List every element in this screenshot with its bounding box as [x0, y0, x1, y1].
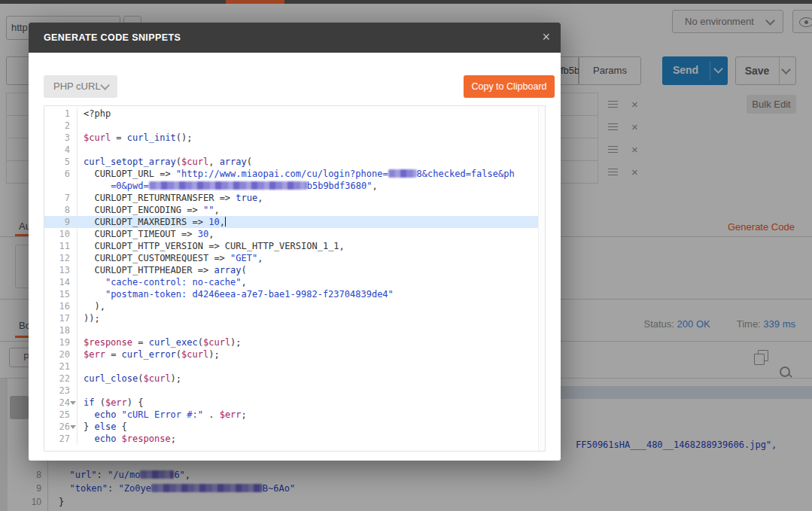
code-line: 15 "postman-token: d4246eea-a7e7-bae1-99…: [44, 288, 545, 300]
code-line: 12 CURLOPT_CUSTOMREQUEST => "GET",: [44, 252, 545, 264]
line-number: 10: [44, 228, 78, 240]
line-number: 9: [44, 216, 78, 228]
code-line: 11 CURLOPT_HTTP_VERSION => CURL_HTTP_VER…: [44, 240, 545, 252]
line-number: 12: [44, 252, 78, 264]
line-number: 21: [44, 360, 78, 373]
line-number: 7: [44, 192, 78, 204]
line-number: 14: [44, 276, 78, 288]
code-line: 10 CURLOPT_TIMEOUT => 30,: [44, 228, 545, 240]
code-line: =0&pwd=b5b9bdf3680",: [44, 180, 545, 192]
code-line: 3$curl = curl_init();: [44, 132, 545, 144]
code-line: 4: [44, 144, 545, 156]
line-number: 6: [44, 168, 78, 180]
line-number: 19: [44, 336, 78, 348]
generate-code-modal: GENERATE CODE SNIPPETS × PHP cURL Copy t…: [29, 23, 561, 461]
code-line: 13 CURLOPT_HTTPHEADER => array(: [44, 264, 545, 276]
line-number: 1: [44, 108, 78, 120]
code-line: 5curl_setopt_array($curl, array(: [44, 156, 545, 168]
line-number: 20: [44, 348, 78, 360]
line-number: 17: [44, 312, 78, 324]
fold-arrow-icon[interactable]: [70, 401, 76, 405]
code-line: 16 ),: [44, 300, 545, 312]
code-line: 26} else {: [44, 421, 545, 433]
code-line: 1<?php: [44, 108, 545, 120]
line-number: 15: [44, 288, 78, 300]
line-number: 27: [44, 433, 78, 445]
code-line: 25 echo "cURL Error #:" . $err;: [44, 409, 545, 421]
fold-arrow-icon[interactable]: [70, 425, 76, 429]
line-number: 4: [44, 144, 78, 156]
editor-scrollbar[interactable]: [538, 106, 545, 451]
line-number: 8: [44, 204, 78, 216]
code-line: 18: [44, 324, 545, 336]
code-line: 19$response = curl_exec($curl);: [44, 336, 545, 348]
code-lines: 1<?php23$curl = curl_init();45curl_setop…: [44, 106, 545, 445]
line-number: 18: [44, 324, 78, 336]
modal-title: GENERATE CODE SNIPPETS: [44, 23, 181, 53]
code-line: 27 echo $response;: [44, 433, 545, 445]
language-selector-value: PHP cURL: [53, 81, 101, 92]
text-cursor: [225, 217, 227, 227]
code-line: 7 CURLOPT_RETURNTRANSFER => true,: [44, 192, 545, 204]
copy-to-clipboard-button[interactable]: Copy to Clipboard: [464, 75, 555, 98]
line-number: 2: [44, 120, 78, 132]
chevron-down-icon: [100, 81, 110, 90]
code-line: 6 CURLOPT_URL => "http://www.miaopai.com…: [44, 168, 545, 180]
modal-header: GENERATE CODE SNIPPETS ×: [29, 23, 561, 53]
line-number: 3: [44, 132, 78, 144]
line-number: 25: [44, 409, 78, 421]
code-line: 8 CURLOPT_ENCODING => "",: [44, 204, 545, 216]
line-number: 11: [44, 240, 78, 252]
code-line: 14 "cache-control: no-cache",: [44, 276, 545, 288]
line-number: 13: [44, 264, 78, 276]
line-number: 5: [44, 156, 78, 168]
code-editor[interactable]: 1<?php23$curl = curl_init();45curl_setop…: [44, 105, 546, 452]
redacted-text: [388, 169, 417, 178]
code-line: 24if ($err) {: [44, 397, 545, 409]
code-line: 23: [44, 385, 545, 397]
code-line: 2: [44, 120, 545, 132]
code-line: 21: [44, 360, 545, 373]
line-number: [44, 180, 78, 192]
language-selector[interactable]: PHP cURL: [44, 75, 117, 98]
close-icon[interactable]: ×: [542, 23, 550, 51]
code-line: 17));: [44, 312, 545, 324]
code-line: 22curl_close($curl);: [44, 373, 545, 385]
line-number: 16: [44, 300, 78, 312]
line-number: 23: [44, 385, 78, 397]
code-line: 20$err = curl_error($curl);: [44, 348, 545, 360]
code-line: 9 CURLOPT_MAXREDIRS => 10,: [44, 216, 545, 228]
redacted-text: [149, 181, 307, 190]
line-number: 22: [44, 373, 78, 385]
